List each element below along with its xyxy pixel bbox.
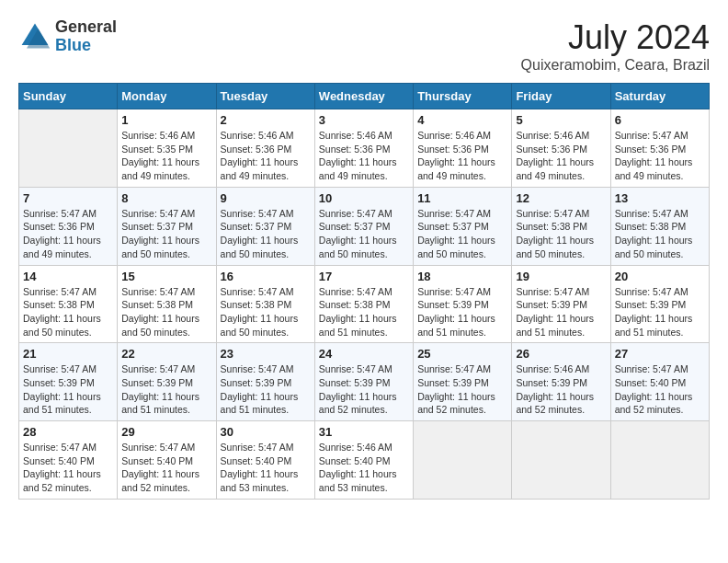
day-number: 15 xyxy=(121,270,211,283)
weekday-header-tuesday: Tuesday xyxy=(216,84,314,109)
day-info: Sunrise: 5:46 AM Sunset: 5:36 PM Dayligh… xyxy=(319,129,409,183)
calendar-cell: 8Sunrise: 5:47 AM Sunset: 5:37 PM Daylig… xyxy=(118,187,216,265)
weekday-header-friday: Friday xyxy=(512,84,610,109)
calendar-week-4: 21Sunrise: 5:47 AM Sunset: 5:39 PM Dayli… xyxy=(19,343,710,421)
calendar-cell xyxy=(512,421,610,500)
day-number: 14 xyxy=(23,270,113,283)
weekday-header-monday: Monday xyxy=(118,84,216,109)
calendar-cell: 10Sunrise: 5:47 AM Sunset: 5:37 PM Dayli… xyxy=(314,187,413,265)
weekday-header-sunday: Sunday xyxy=(19,84,118,109)
calendar-cell: 22Sunrise: 5:47 AM Sunset: 5:39 PM Dayli… xyxy=(118,343,216,421)
day-number: 27 xyxy=(615,347,705,361)
calendar-cell: 18Sunrise: 5:47 AM Sunset: 5:39 PM Dayli… xyxy=(414,265,512,343)
calendar-cell: 9Sunrise: 5:47 AM Sunset: 5:37 PM Daylig… xyxy=(216,187,314,265)
day-number: 4 xyxy=(417,113,507,127)
calendar-cell: 24Sunrise: 5:47 AM Sunset: 5:39 PM Dayli… xyxy=(314,343,413,421)
day-info: Sunrise: 5:47 AM Sunset: 5:39 PM Dayligh… xyxy=(417,285,507,339)
calendar-cell: 16Sunrise: 5:47 AM Sunset: 5:38 PM Dayli… xyxy=(216,265,314,343)
day-info: Sunrise: 5:47 AM Sunset: 5:36 PM Dayligh… xyxy=(23,207,113,261)
day-info: Sunrise: 5:46 AM Sunset: 5:36 PM Dayligh… xyxy=(417,129,507,183)
calendar-cell: 31Sunrise: 5:46 AM Sunset: 5:40 PM Dayli… xyxy=(314,421,413,500)
day-number: 19 xyxy=(516,270,606,283)
page-header: General Blue July 2024 Quixeramobim, Cea… xyxy=(18,18,710,74)
calendar-week-2: 7Sunrise: 5:47 AM Sunset: 5:36 PM Daylig… xyxy=(19,187,710,265)
day-number: 29 xyxy=(121,425,211,439)
calendar-cell: 2Sunrise: 5:46 AM Sunset: 5:36 PM Daylig… xyxy=(216,109,314,188)
day-info: Sunrise: 5:47 AM Sunset: 5:38 PM Dayligh… xyxy=(615,207,705,261)
day-number: 26 xyxy=(516,347,606,361)
calendar-week-1: 1Sunrise: 5:46 AM Sunset: 5:35 PM Daylig… xyxy=(19,109,710,188)
day-number: 10 xyxy=(319,191,409,205)
calendar-cell: 26Sunrise: 5:46 AM Sunset: 5:39 PM Dayli… xyxy=(512,343,610,421)
calendar-cell: 25Sunrise: 5:47 AM Sunset: 5:39 PM Dayli… xyxy=(414,343,512,421)
day-number: 13 xyxy=(615,191,705,205)
calendar-cell: 14Sunrise: 5:47 AM Sunset: 5:38 PM Dayli… xyxy=(19,265,118,343)
day-number: 2 xyxy=(221,113,311,127)
day-info: Sunrise: 5:47 AM Sunset: 5:37 PM Dayligh… xyxy=(121,207,211,261)
day-info: Sunrise: 5:47 AM Sunset: 5:37 PM Dayligh… xyxy=(417,207,507,261)
day-number: 12 xyxy=(516,191,606,205)
calendar-cell: 17Sunrise: 5:47 AM Sunset: 5:38 PM Dayli… xyxy=(314,265,413,343)
calendar-cell: 12Sunrise: 5:47 AM Sunset: 5:38 PM Dayli… xyxy=(512,187,610,265)
day-info: Sunrise: 5:47 AM Sunset: 5:39 PM Dayligh… xyxy=(319,362,409,417)
day-number: 17 xyxy=(319,270,409,283)
day-info: Sunrise: 5:47 AM Sunset: 5:40 PM Dayligh… xyxy=(121,441,211,495)
calendar-cell: 30Sunrise: 5:47 AM Sunset: 5:40 PM Dayli… xyxy=(216,421,314,500)
calendar-cell: 19Sunrise: 5:47 AM Sunset: 5:39 PM Dayli… xyxy=(512,265,610,343)
day-number: 3 xyxy=(319,113,409,127)
location-subtitle: Quixeramobim, Ceara, Brazil xyxy=(521,57,710,74)
day-number: 8 xyxy=(121,191,211,205)
calendar-cell: 13Sunrise: 5:47 AM Sunset: 5:38 PM Dayli… xyxy=(610,187,709,265)
calendar-cell: 11Sunrise: 5:47 AM Sunset: 5:37 PM Dayli… xyxy=(414,187,512,265)
day-number: 30 xyxy=(221,425,311,439)
weekday-header-saturday: Saturday xyxy=(610,84,709,109)
calendar-cell: 23Sunrise: 5:47 AM Sunset: 5:39 PM Dayli… xyxy=(216,343,314,421)
day-info: Sunrise: 5:47 AM Sunset: 5:40 PM Dayligh… xyxy=(615,362,705,417)
day-number: 31 xyxy=(319,425,409,439)
day-info: Sunrise: 5:46 AM Sunset: 5:35 PM Dayligh… xyxy=(121,129,211,183)
day-number: 22 xyxy=(121,347,211,361)
day-number: 24 xyxy=(319,347,409,361)
day-number: 7 xyxy=(23,191,113,205)
day-info: Sunrise: 5:46 AM Sunset: 5:40 PM Dayligh… xyxy=(319,441,409,495)
day-info: Sunrise: 5:47 AM Sunset: 5:39 PM Dayligh… xyxy=(121,362,211,417)
month-year-title: July 2024 xyxy=(521,18,710,57)
day-info: Sunrise: 5:47 AM Sunset: 5:37 PM Dayligh… xyxy=(221,207,311,261)
logo: General Blue xyxy=(18,18,117,55)
day-number: 6 xyxy=(615,113,705,127)
calendar-cell: 28Sunrise: 5:47 AM Sunset: 5:40 PM Dayli… xyxy=(19,421,118,500)
calendar-cell: 15Sunrise: 5:47 AM Sunset: 5:38 PM Dayli… xyxy=(118,265,216,343)
day-info: Sunrise: 5:47 AM Sunset: 5:37 PM Dayligh… xyxy=(319,207,409,261)
day-number: 18 xyxy=(417,270,507,283)
day-info: Sunrise: 5:47 AM Sunset: 5:38 PM Dayligh… xyxy=(121,285,211,339)
calendar-cell: 21Sunrise: 5:47 AM Sunset: 5:39 PM Dayli… xyxy=(19,343,118,421)
day-number: 21 xyxy=(23,347,113,361)
calendar-cell: 29Sunrise: 5:47 AM Sunset: 5:40 PM Dayli… xyxy=(118,421,216,500)
calendar-cell: 4Sunrise: 5:46 AM Sunset: 5:36 PM Daylig… xyxy=(414,109,512,188)
calendar-cell: 5Sunrise: 5:46 AM Sunset: 5:36 PM Daylig… xyxy=(512,109,610,188)
calendar-cell: 6Sunrise: 5:47 AM Sunset: 5:36 PM Daylig… xyxy=(610,109,709,188)
day-number: 28 xyxy=(23,425,113,439)
day-info: Sunrise: 5:47 AM Sunset: 5:38 PM Dayligh… xyxy=(516,207,606,261)
weekday-header-thursday: Thursday xyxy=(414,84,512,109)
day-info: Sunrise: 5:47 AM Sunset: 5:39 PM Dayligh… xyxy=(417,362,507,417)
day-number: 25 xyxy=(417,347,507,361)
day-info: Sunrise: 5:46 AM Sunset: 5:36 PM Dayligh… xyxy=(221,129,311,183)
day-info: Sunrise: 5:46 AM Sunset: 5:39 PM Dayligh… xyxy=(516,362,606,417)
day-number: 1 xyxy=(121,113,211,127)
day-number: 11 xyxy=(417,191,507,205)
day-number: 9 xyxy=(221,191,311,205)
logo-icon xyxy=(18,20,51,53)
calendar-cell: 7Sunrise: 5:47 AM Sunset: 5:36 PM Daylig… xyxy=(19,187,118,265)
day-info: Sunrise: 5:47 AM Sunset: 5:39 PM Dayligh… xyxy=(615,285,705,339)
logo-blue-text: Blue xyxy=(55,36,91,54)
logo-general-text: General xyxy=(55,17,117,36)
weekday-header-row: SundayMondayTuesdayWednesdayThursdayFrid… xyxy=(19,84,710,109)
calendar-week-5: 28Sunrise: 5:47 AM Sunset: 5:40 PM Dayli… xyxy=(19,421,710,500)
calendar-cell: 27Sunrise: 5:47 AM Sunset: 5:40 PM Dayli… xyxy=(610,343,709,421)
weekday-header-wednesday: Wednesday xyxy=(314,84,413,109)
day-info: Sunrise: 5:47 AM Sunset: 5:38 PM Dayligh… xyxy=(319,285,409,339)
calendar-week-3: 14Sunrise: 5:47 AM Sunset: 5:38 PM Dayli… xyxy=(19,265,710,343)
calendar-cell: 20Sunrise: 5:47 AM Sunset: 5:39 PM Dayli… xyxy=(610,265,709,343)
day-info: Sunrise: 5:47 AM Sunset: 5:40 PM Dayligh… xyxy=(23,441,113,495)
